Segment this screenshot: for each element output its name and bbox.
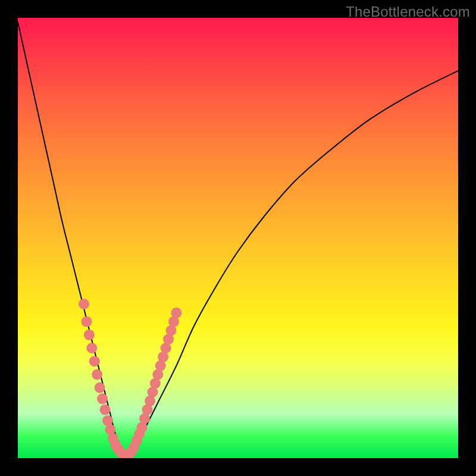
curve-marker bbox=[171, 308, 181, 318]
curve-marker bbox=[97, 393, 108, 404]
watermark-text: TheBottleneck.com bbox=[346, 4, 470, 20]
curve-marker bbox=[86, 343, 97, 353]
curve-marker bbox=[95, 383, 105, 393]
curve-marker bbox=[100, 405, 111, 415]
curve-marker bbox=[81, 317, 92, 327]
curve-marker bbox=[84, 330, 95, 340]
chart-frame bbox=[18, 18, 458, 458]
highlighted-markers bbox=[79, 299, 181, 458]
curve-marker bbox=[79, 299, 89, 309]
curve-marker bbox=[89, 356, 100, 367]
bottleneck-curve bbox=[18, 22, 458, 455]
curve-marker bbox=[92, 369, 102, 380]
chart-svg bbox=[18, 18, 458, 458]
